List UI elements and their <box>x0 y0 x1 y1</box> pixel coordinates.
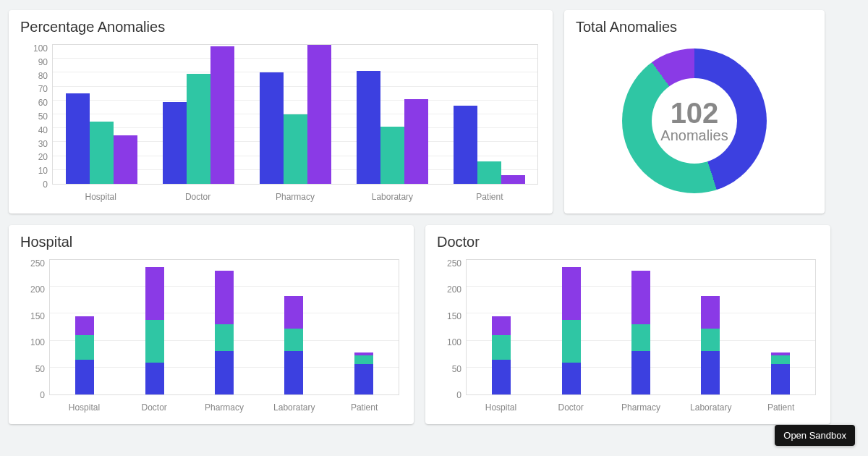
total-anomalies-label: Anomalies <box>660 127 728 144</box>
bar-segment[interactable] <box>562 267 581 321</box>
plot-area <box>52 44 538 185</box>
bar[interactable] <box>114 135 137 184</box>
chart-doctor-stacked[interactable]: 050100150200250 HospitalDoctorPharmacyLa… <box>435 255 820 417</box>
bar-segment[interactable] <box>771 364 790 394</box>
y-axis-labels: 050100150200250 <box>19 255 48 395</box>
bar-segment[interactable] <box>701 329 720 351</box>
bar[interactable] <box>210 46 234 184</box>
bar[interactable] <box>284 114 307 184</box>
total-anomalies-count: 102 <box>671 98 719 127</box>
bar-segment[interactable] <box>354 355 373 364</box>
bar-segment[interactable] <box>701 351 720 394</box>
bar[interactable] <box>404 99 428 184</box>
bar-segment[interactable] <box>492 316 511 335</box>
x-axis-labels: HospitalDoctorPharmacyLaborataryPatient <box>466 398 816 417</box>
y-axis-labels: 0102030405060708090100 <box>19 40 51 185</box>
card-hospital: Hospital 050100150200250 HospitalDoctorP… <box>9 225 414 424</box>
bar-segment[interactable] <box>492 360 511 394</box>
bar[interactable] <box>357 71 380 184</box>
bar[interactable] <box>163 102 187 184</box>
bar-segment[interactable] <box>771 355 790 364</box>
card-title: Percentage Anomalies <box>20 19 542 35</box>
bar-segment[interactable] <box>562 320 581 363</box>
bar-segment[interactable] <box>631 351 650 394</box>
bar-segment[interactable] <box>145 320 164 363</box>
open-sandbox-button[interactable]: Open Sandbox <box>775 425 855 446</box>
x-axis-labels: HospitalDoctorPharmacyLaborataryPatient <box>52 187 538 206</box>
bar[interactable] <box>501 175 525 184</box>
bar-segment[interactable] <box>75 335 94 359</box>
y-axis-labels: 050100150200250 <box>435 255 464 395</box>
bar-segment[interactable] <box>701 296 720 329</box>
x-axis-labels: HospitalDoctorPharmacyLaborataryPatient <box>49 398 399 417</box>
bar-segment[interactable] <box>145 267 164 321</box>
bar-segment[interactable] <box>284 296 303 329</box>
bar-segment[interactable] <box>354 364 373 394</box>
card-title: Total Anomalies <box>576 19 814 35</box>
bar-segment[interactable] <box>75 360 94 394</box>
donut-center: 102 Anomalies <box>652 78 737 164</box>
bar[interactable] <box>380 127 404 184</box>
card-title: Hospital <box>20 234 404 250</box>
chart-total-anomalies-donut[interactable]: 102 Anomalies <box>622 48 767 193</box>
bar-segment[interactable] <box>492 335 511 359</box>
bar-segment[interactable] <box>631 324 650 351</box>
bar[interactable] <box>66 93 90 184</box>
plot-area <box>466 259 816 395</box>
bar-segment[interactable] <box>284 351 303 394</box>
bar-segment[interactable] <box>215 271 234 324</box>
bar-segment[interactable] <box>631 271 650 324</box>
chart-hospital-stacked[interactable]: 050100150200250 HospitalDoctorPharmacyLa… <box>19 255 404 417</box>
bar-segment[interactable] <box>215 351 234 394</box>
bar-segment[interactable] <box>145 363 164 394</box>
bar-segment[interactable] <box>284 329 303 351</box>
card-total-anomalies: Total Anomalies 102 Anomalies <box>564 10 825 214</box>
bar[interactable] <box>307 45 331 184</box>
bar[interactable] <box>90 122 114 184</box>
chart-percentage-anomalies[interactable]: 0102030405060708090100 HospitalDoctorPha… <box>19 40 542 206</box>
card-percentage-anomalies: Percentage Anomalies 0102030405060708090… <box>9 10 553 214</box>
card-doctor: Doctor 050100150200250 HospitalDoctorPha… <box>425 225 830 424</box>
bar[interactable] <box>260 72 284 184</box>
bar-segment[interactable] <box>562 363 581 394</box>
bar[interactable] <box>454 106 477 184</box>
bar-segment[interactable] <box>215 324 234 351</box>
card-title: Doctor <box>437 234 820 250</box>
bar-segment[interactable] <box>75 316 94 335</box>
plot-area <box>49 259 399 395</box>
bar[interactable] <box>477 161 501 184</box>
bar[interactable] <box>187 74 210 184</box>
